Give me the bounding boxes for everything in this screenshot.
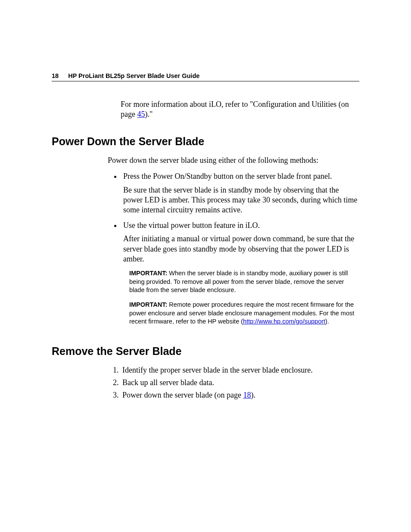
item3-part1: Power down the server blade (on page xyxy=(122,391,243,399)
page-link-18[interactable]: 18 xyxy=(243,391,251,399)
intro-paragraph: For more information about iLO, refer to… xyxy=(121,100,359,120)
page-link-45[interactable]: 45 xyxy=(137,110,145,118)
note2-text2: ). xyxy=(325,318,329,325)
important-note-1: IMPORTANT: When the server blade is in s… xyxy=(129,269,355,295)
section-heading-remove: Remove the Server Blade xyxy=(52,345,359,358)
bullet-item-1: Press the Power On/Standby button on the… xyxy=(121,171,359,215)
bullet2-followup: After initiating a manual or virtual pow… xyxy=(123,234,359,264)
numbered-item-2: Back up all server blade data. xyxy=(121,378,359,388)
intro-text-1: For more information about iLO, refer to… xyxy=(121,100,349,118)
bullet-list: Press the Power On/Standby button on the… xyxy=(108,171,359,264)
note1-label: IMPORTANT: xyxy=(129,270,167,277)
item3-part2: ). xyxy=(251,391,255,399)
section-heading-power-down: Power Down the Server Blade xyxy=(52,135,359,148)
header-title: HP ProLiant BL25p Server Blade User Guid… xyxy=(68,72,199,79)
note2-label: IMPORTANT: xyxy=(129,301,167,308)
important-note-2: IMPORTANT: Remote power procedures requi… xyxy=(129,301,355,326)
section1-lead: Power down the server blade using either… xyxy=(108,156,359,165)
numbered-item-3: Power down the server blade (on page 18)… xyxy=(121,390,359,400)
bullet1-followup: Be sure that the server blade is in stan… xyxy=(123,185,359,215)
intro-text-2: )." xyxy=(145,110,153,118)
support-link[interactable]: http://www.hp.com/go/support xyxy=(243,318,325,325)
bullet-item-2: Use the virtual power button feature in … xyxy=(121,221,359,264)
bullet2-text: Use the virtual power button feature in … xyxy=(123,221,260,230)
numbered-list: Identify the proper server blade in the … xyxy=(108,365,359,401)
bullet1-text: Press the Power On/Standby button on the… xyxy=(123,172,332,180)
numbered-item-1: Identify the proper server blade in the … xyxy=(121,365,359,375)
page-header: 18 HP ProLiant BL25p Server Blade User G… xyxy=(52,72,359,81)
page-number: 18 xyxy=(52,72,59,79)
